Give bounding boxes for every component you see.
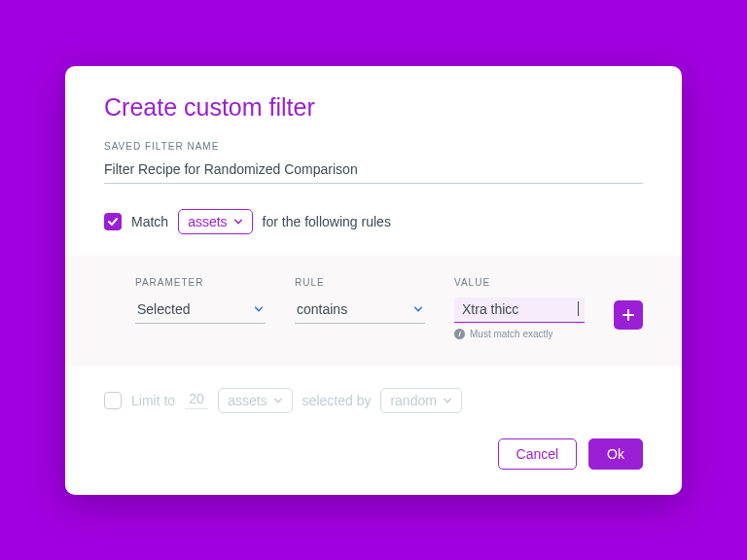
limit-mid-text: selected by <box>302 393 372 408</box>
info-icon: i <box>454 329 465 339</box>
match-target-value: assets <box>188 214 227 229</box>
filter-name-input[interactable] <box>104 158 643 184</box>
limit-method-select[interactable]: random <box>380 388 461 413</box>
chevron-down-icon <box>413 304 423 314</box>
value-header: VALUE <box>454 277 585 288</box>
rule-header: RULE <box>295 277 425 288</box>
limit-checkbox[interactable] <box>104 392 122 409</box>
match-pre-text: Match <box>131 214 168 229</box>
chevron-down-icon <box>233 217 243 227</box>
check-icon <box>107 216 119 228</box>
plus-icon <box>622 308 635 322</box>
match-row: Match assets for the following rules <box>104 209 643 234</box>
match-post-text: for the following rules <box>263 214 391 229</box>
add-rule-button[interactable] <box>614 300 643 330</box>
modal-footer: Cancel Ok <box>104 438 643 470</box>
limit-count[interactable]: 20 <box>185 391 208 409</box>
chevron-down-icon <box>273 396 283 405</box>
chevron-down-icon <box>254 304 264 314</box>
modal-title: Create custom filter <box>104 93 643 122</box>
parameter-select[interactable]: Selected <box>135 298 266 324</box>
cancel-button[interactable]: Cancel <box>498 438 578 470</box>
value-hint: i Must match exactly <box>454 329 585 339</box>
rules-panel: PARAMETER Selected RULE contains VALUE <box>65 256 682 367</box>
rules-row: PARAMETER Selected RULE contains VALUE <box>135 277 643 339</box>
match-target-select[interactable]: assets <box>178 209 252 234</box>
rule-value: contains <box>297 301 347 317</box>
limit-unit-select[interactable]: assets <box>218 388 292 413</box>
value-hint-text: Must match exactly <box>470 329 553 339</box>
rule-column: RULE contains <box>295 277 425 324</box>
parameter-value: Selected <box>137 301 190 317</box>
filter-name-label: SAVED FILTER NAME <box>104 141 643 152</box>
limit-unit-value: assets <box>228 393 267 408</box>
create-filter-modal: Create custom filter SAVED FILTER NAME M… <box>65 66 682 495</box>
limit-pre-text: Limit to <box>131 393 175 408</box>
chevron-down-icon <box>443 396 452 405</box>
rule-select[interactable]: contains <box>295 298 425 324</box>
limit-method-value: random <box>390 393 436 408</box>
text-cursor <box>578 301 579 316</box>
match-checkbox[interactable] <box>104 213 122 230</box>
value-column: VALUE i Must match exactly <box>454 277 585 339</box>
value-input-wrap[interactable] <box>454 298 585 323</box>
parameter-column: PARAMETER Selected <box>135 277 266 324</box>
parameter-header: PARAMETER <box>135 277 266 288</box>
value-input[interactable] <box>462 301 576 317</box>
limit-row: Limit to 20 assets selected by random <box>104 388 643 413</box>
ok-button[interactable]: Ok <box>588 438 643 470</box>
